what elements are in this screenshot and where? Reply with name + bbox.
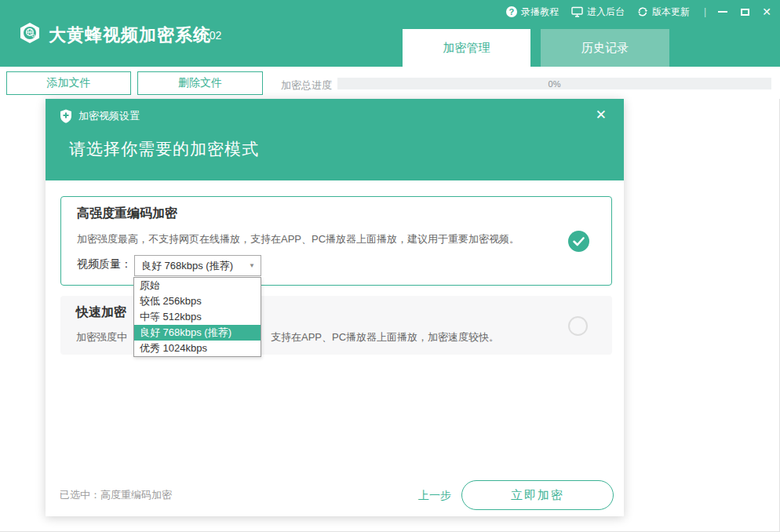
dropdown-option[interactable]: 原始	[134, 278, 261, 293]
chevron-down-icon: ▼	[249, 262, 255, 269]
app-window: 大黄蜂视频加密系统 v5.02 ? 录播教程 进入后台	[0, 0, 780, 532]
close-button[interactable]: ✕	[760, 5, 774, 19]
selected-check-icon[interactable]	[568, 231, 589, 252]
help-icon: ?	[506, 6, 517, 17]
progress-value: 0%	[337, 78, 771, 89]
add-file-button[interactable]: 添加文件	[6, 71, 131, 95]
progress-label: 加密总进度	[281, 78, 332, 93]
tutorial-button[interactable]: ? 录播教程	[506, 5, 559, 19]
maximize-button[interactable]	[738, 5, 752, 19]
dropdown-option-selected[interactable]: 良好 768kbps (推荐)	[134, 325, 261, 341]
radio-unselected-icon[interactable]	[568, 316, 588, 336]
app-header: 大黄蜂视频加密系统 v5.02 ? 录播教程 进入后台	[0, 0, 780, 67]
tutorial-label: 录播教程	[521, 5, 559, 19]
dropdown-option[interactable]: 优秀 1024kbps	[134, 341, 261, 356]
tab-encryption-management[interactable]: 加密管理	[403, 29, 530, 67]
option-title: 高强度重编码加密	[77, 206, 177, 222]
progress-bar: 0%	[337, 78, 771, 89]
dialog-heading: 请选择你需要的加密模式	[69, 138, 259, 160]
app-logo-icon	[19, 22, 41, 44]
shield-plus-icon	[60, 109, 72, 123]
dialog-titlebar: 加密视频设置	[60, 109, 140, 123]
option-description-left: 加密强度中	[76, 330, 127, 344]
minimize-button[interactable]	[716, 5, 730, 19]
encryption-settings-dialog: 加密视频设置 ✕ 请选择你需要的加密模式 高强度重编码加密 加密强度最高，不支持…	[46, 99, 624, 516]
dropdown-option[interactable]: 中等 512kbps	[134, 309, 261, 325]
dialog-header: 加密视频设置 ✕ 请选择你需要的加密模式	[46, 99, 624, 180]
video-quality-label: 视频质量：	[77, 257, 132, 271]
option-description-right: 支持在APP、PC播放器上面播放，加密速度较快。	[271, 330, 499, 344]
toolbar: 添加文件 删除文件 加密总进度 0%	[0, 67, 780, 99]
app-title: 大黄蜂视频加密系统	[49, 24, 211, 47]
quality-dropdown-list: 原始 较低 256kbps 中等 512kbps 良好 768kbps (推荐)…	[133, 277, 261, 357]
minimize-icon	[718, 11, 727, 13]
backend-button[interactable]: 进入后台	[571, 5, 625, 19]
option-high-strength-card[interactable]: 高强度重编码加密 加密强度最高，不支持网页在线播放，支持在APP、PC播放器上面…	[60, 196, 612, 286]
dialog-title: 加密视频设置	[78, 109, 140, 123]
topbar: ? 录播教程 进入后台 版本更新 |	[506, 5, 774, 19]
tab-history[interactable]: 历史记录	[541, 29, 669, 67]
refresh-icon	[637, 6, 648, 17]
video-quality-select[interactable]: 良好 768kbps (推荐) ▼	[134, 255, 261, 276]
update-button[interactable]: 版本更新	[637, 5, 690, 19]
dropdown-option[interactable]: 较低 256kbps	[134, 293, 261, 309]
delete-file-button[interactable]: 删除文件	[137, 71, 263, 95]
option-description: 加密强度最高，不支持网页在线播放，支持在APP、PC播放器上面播放，建议用于重要…	[77, 232, 519, 246]
topbar-separator: |	[704, 6, 706, 17]
encrypt-now-button[interactable]: 立即加密	[461, 480, 614, 510]
video-quality-value: 良好 768kbps (推荐)	[141, 259, 233, 273]
app-version: v5.02	[195, 29, 221, 42]
maximize-icon	[741, 9, 749, 16]
dialog-close-button[interactable]: ✕	[596, 108, 607, 122]
monitor-icon	[571, 6, 583, 17]
selected-mode-status: 已选中：高度重编码加密	[60, 488, 172, 502]
previous-step-link[interactable]: 上一步	[418, 489, 451, 503]
update-label: 版本更新	[652, 5, 690, 19]
option-title: 快速加密	[76, 304, 126, 321]
backend-label: 进入后台	[587, 5, 625, 19]
